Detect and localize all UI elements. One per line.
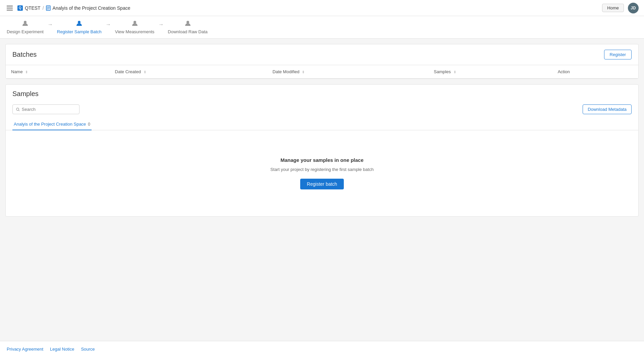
arrow-2: → xyxy=(106,21,111,28)
tab-project-label: Analyis of the Project Creation Space xyxy=(14,122,86,127)
samples-toolbar: Download Metadata xyxy=(6,104,638,118)
empty-state-title: Manage your samples in one place xyxy=(280,157,364,163)
privacy-agreement-link[interactable]: Privacy Agreement xyxy=(7,347,43,352)
download-person-icon xyxy=(184,20,191,29)
workflow-step-design[interactable]: Design Experiment xyxy=(7,20,44,34)
menu-icon[interactable] xyxy=(5,4,14,12)
workflow-bar: Design Experiment → Register Sample Batc… xyxy=(0,16,644,39)
workflow-step-download[interactable]: Download Raw Data xyxy=(168,20,208,34)
download-metadata-button[interactable]: Download Metadata xyxy=(583,104,632,114)
sort-samples-icon[interactable]: ⇕ xyxy=(453,70,456,74)
nav-right: Home JD xyxy=(602,3,639,13)
legal-notice-link[interactable]: Legal Notice xyxy=(50,347,74,352)
sort-date-created-icon[interactable]: ⇕ xyxy=(144,70,146,74)
breadcrumb-separator: / xyxy=(43,5,44,11)
batches-table-header-row: Name ⇕ Date Created ⇕ Date Modified ⇕ Sa… xyxy=(6,65,638,79)
workflow-step-register-label: Register Sample Batch xyxy=(57,29,102,34)
register-batch-button[interactable]: Register batch xyxy=(300,179,344,189)
batches-title: Batches xyxy=(12,51,37,58)
samples-header: Samples xyxy=(6,85,638,104)
search-input[interactable] xyxy=(22,107,76,112)
col-action: Action xyxy=(552,65,638,79)
samples-section: Samples Download Metadata Analyis of the… xyxy=(5,84,639,217)
avatar[interactable]: JD xyxy=(628,3,639,13)
workflow-step-download-label: Download Raw Data xyxy=(168,29,208,34)
source-link[interactable]: Source xyxy=(81,347,95,352)
batches-header: Batches Register xyxy=(6,44,638,65)
batches-section: Batches Register Name ⇕ Date Created ⇕ D… xyxy=(5,44,639,79)
svg-line-10 xyxy=(19,110,19,111)
home-button[interactable]: Home xyxy=(602,4,624,12)
samples-tabs: Analyis of the Project Creation Space 0 xyxy=(6,118,638,130)
search-box xyxy=(12,104,79,114)
svg-point-8 xyxy=(186,21,189,24)
top-nav: Q QTEST / Analyis of the Project Creatio… xyxy=(0,0,644,16)
design-person-icon xyxy=(22,20,29,29)
col-date-modified: Date Modified ⇕ xyxy=(267,65,429,79)
footer: Privacy Agreement Legal Notice Source xyxy=(0,341,644,357)
workflow-step-register[interactable]: Register Sample Batch xyxy=(57,20,102,34)
project-label[interactable]: QTEST xyxy=(25,5,41,11)
svg-point-7 xyxy=(133,21,136,24)
main-content: Batches Register Name ⇕ Date Created ⇕ D… xyxy=(0,39,644,341)
tab-project[interactable]: Analyis of the Project Creation Space 0 xyxy=(12,118,92,130)
empty-state-description: Start your project by registering the fi… xyxy=(270,167,374,172)
batches-table: Name ⇕ Date Created ⇕ Date Modified ⇕ Sa… xyxy=(6,65,638,79)
experiment-icon xyxy=(46,5,51,11)
workflow-step-design-label: Design Experiment xyxy=(7,29,44,34)
samples-title: Samples xyxy=(12,90,632,98)
search-icon xyxy=(16,107,20,111)
empty-state: Manage your samples in one place Start y… xyxy=(6,130,638,216)
svg-point-5 xyxy=(24,21,26,24)
col-samples: Samples ⇕ xyxy=(428,65,552,79)
sort-name-icon[interactable]: ⇕ xyxy=(25,70,28,74)
nav-left: Q QTEST / Analyis of the Project Creatio… xyxy=(5,4,130,12)
svg-point-6 xyxy=(78,21,80,24)
arrow-1: → xyxy=(48,21,53,28)
arrow-3: → xyxy=(158,21,164,28)
page-title: Analyis of the Project Creation Space xyxy=(53,5,130,11)
col-name: Name ⇕ xyxy=(6,65,110,79)
notebook-icon: Q xyxy=(17,5,23,11)
view-person-icon xyxy=(131,20,138,29)
workflow-step-view[interactable]: View Measurements xyxy=(115,20,155,34)
sort-date-modified-icon[interactable]: ⇕ xyxy=(302,70,305,74)
batches-register-button[interactable]: Register xyxy=(604,50,632,59)
tab-project-count: 0 xyxy=(88,122,90,127)
breadcrumb: Q QTEST / Analyis of the Project Creatio… xyxy=(17,5,130,11)
svg-point-9 xyxy=(16,108,19,110)
workflow-step-view-label: View Measurements xyxy=(115,29,155,34)
register-person-icon xyxy=(76,20,83,29)
col-date-created: Date Created ⇕ xyxy=(110,65,267,79)
